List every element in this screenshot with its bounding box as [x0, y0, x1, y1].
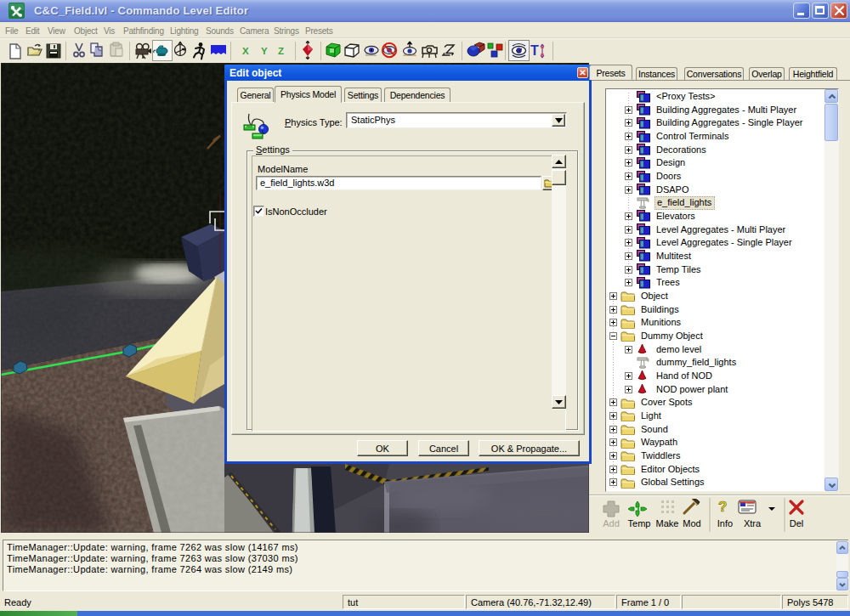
- svg-text:Temp: Temp: [628, 518, 651, 528]
- svg-text:?: ?: [718, 499, 727, 515]
- svg-text:Del: Del: [790, 518, 804, 528]
- svg-text:Mod: Mod: [683, 518, 700, 528]
- svg-text:Xtra: Xtra: [744, 518, 762, 528]
- svg-text:Info: Info: [717, 518, 733, 528]
- svg-text:T: T: [530, 43, 539, 58]
- svg-text:Add: Add: [603, 518, 620, 528]
- svg-text:Z: Z: [278, 46, 284, 56]
- svg-text:Y: Y: [261, 46, 268, 56]
- svg-text:X: X: [242, 46, 249, 56]
- svg-text:Make: Make: [656, 518, 679, 528]
